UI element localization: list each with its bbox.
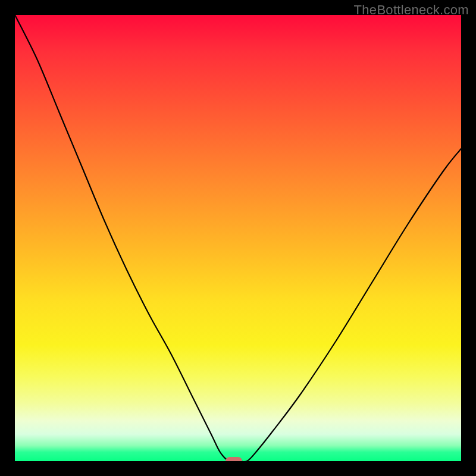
chart-frame: TheBottleneck.com [0, 0, 476, 476]
bottleneck-curve [15, 15, 461, 461]
minimum-marker [226, 457, 242, 461]
plot-area [15, 15, 461, 461]
curve-svg [15, 15, 461, 461]
watermark-text: TheBottleneck.com [354, 2, 469, 18]
